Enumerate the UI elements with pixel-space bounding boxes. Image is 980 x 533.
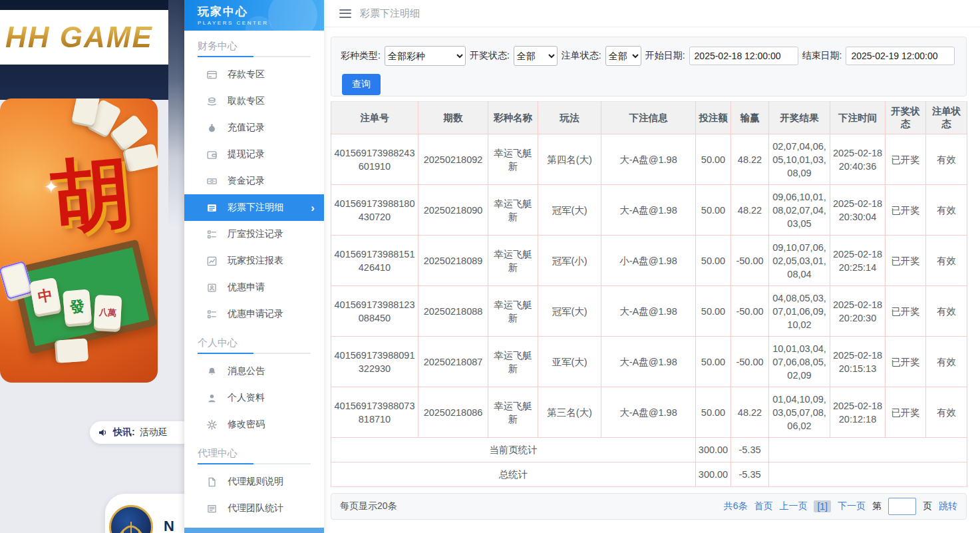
- page-number-input[interactable]: [888, 498, 916, 515]
- search-button[interactable]: 查询: [342, 74, 381, 95]
- column-header: 投注额: [696, 102, 731, 134]
- table-cell: 已开奖: [886, 286, 926, 337]
- table-cell: 2025-02-18 20:15:13: [830, 337, 886, 387]
- lottery-type-select[interactable]: 全部彩种: [385, 46, 466, 66]
- table-cell: 04,08,05,03,07,01,06,09,10,02: [769, 286, 830, 337]
- table-row: 40156917398818043072020250218090幸运飞艇新冠军(…: [331, 185, 967, 236]
- column-header: 玩法: [538, 102, 601, 134]
- table-cell: 已开奖: [886, 185, 926, 236]
- first-page-link[interactable]: 首页: [754, 500, 772, 512]
- sidebar-item-lottery-bet-details[interactable]: 彩票下注明细›: [184, 194, 324, 221]
- table-cell: 09,06,10,01,08,02,07,04,03,05: [769, 185, 830, 236]
- column-header: 下注时间: [830, 102, 886, 134]
- section-underline: [198, 56, 311, 57]
- sidebar-item-withdraw[interactable]: 取款专区: [184, 88, 324, 114]
- jump-link[interactable]: 跳转: [939, 500, 957, 512]
- next-page-link[interactable]: 下一页: [838, 500, 866, 512]
- table-cell: 2025-02-18 20:30:04: [830, 185, 886, 236]
- sidebar-item-label: 资金记录: [228, 175, 265, 187]
- table-cell: 已开奖: [886, 337, 926, 387]
- sidebar-item-funds-records[interactable]: 资金记录: [184, 168, 324, 194]
- logo-band: HH GAME: [0, 10, 168, 65]
- table-cell: 已开奖: [886, 387, 926, 438]
- table-cell: 幸运飞艇新: [488, 337, 538, 387]
- table-cell: 有效: [926, 236, 967, 286]
- table-cell: 有效: [926, 286, 967, 337]
- sidebar-item-change-password[interactable]: 修改密码: [184, 411, 324, 438]
- wallet-icon: [206, 149, 218, 160]
- table-row: 40156917398824360191020250218092幸运飞艇新第四名…: [331, 134, 967, 185]
- sidebar-item-label: 代理规则说明: [228, 476, 283, 488]
- table-cell: 亚军(大): [538, 337, 601, 387]
- sidebar-item-messages[interactable]: 消息公告: [184, 358, 324, 385]
- current-page-badge: [1]: [814, 500, 831, 512]
- table-cell: 50.00: [696, 387, 731, 438]
- card-letter: N: [164, 518, 174, 533]
- filter-panel: 彩种类型: 全部彩种 开奖状态: 全部 注单状态: 全部 开始日期: 结束日期:…: [331, 37, 967, 96]
- table-cell: 20250218090: [418, 185, 488, 236]
- sidebar-item-promo-apply[interactable]: 优惠申请: [184, 274, 324, 301]
- table-cell: 幸运飞艇新: [488, 286, 538, 337]
- table-cell: 50.00: [696, 185, 731, 236]
- summary-row: 当前页统计300.00-5.35: [331, 438, 967, 462]
- brand-logo: HH GAME: [5, 21, 153, 54]
- moneybag-icon: [206, 122, 218, 134]
- table-row: 40156917398812308845020250218088幸运飞艇新冠军(…: [331, 286, 967, 337]
- page-size-text: 每页显示20条: [340, 500, 397, 512]
- jump-suffix: 页: [923, 500, 932, 512]
- table-cell: 20250218089: [418, 236, 488, 286]
- table-cell: 20250218087: [418, 337, 488, 387]
- sidebar-item-deposit[interactable]: 存款专区: [184, 61, 324, 88]
- hand-coin-icon: [206, 96, 218, 107]
- table-cell: 50.00: [696, 337, 731, 387]
- draw-status-select[interactable]: 全部: [514, 46, 558, 66]
- column-header: 期数: [418, 102, 488, 134]
- pagination: 每页显示20条 共6条 首页 上一页 [1] 下一页 第 页 跳转: [331, 493, 967, 520]
- table-cell: 401569173988243601910: [331, 134, 418, 185]
- table-row: 40156917398809132293020250218087幸运飞艇新亚军(…: [331, 337, 967, 387]
- sidebar-item-label: 厅室投注记录: [228, 228, 283, 240]
- end-date-label: 结束日期:: [802, 50, 842, 62]
- table-cell: 401569173988123088450: [331, 286, 418, 337]
- column-header: 注单号: [331, 102, 418, 134]
- column-header: 彩种名称: [488, 102, 538, 134]
- mahjong-tile: 發: [63, 289, 92, 324]
- table-cell: 幸运飞艇新: [488, 185, 538, 236]
- banknote-icon: [206, 176, 218, 187]
- end-date-input[interactable]: [846, 47, 955, 65]
- table-cell: 401569173988073818710: [331, 387, 418, 438]
- start-date-input[interactable]: [689, 47, 798, 65]
- total-count-text: 共6条: [724, 500, 748, 512]
- table-cell: 50.00: [696, 236, 731, 286]
- speaker-icon: [98, 427, 108, 438]
- summary-empty: [769, 438, 967, 462]
- sidebar-item-profile[interactable]: 个人资料: [184, 385, 324, 411]
- section-title: 财务中心: [198, 39, 311, 53]
- menu-icon[interactable]: [339, 9, 351, 18]
- sidebar-item-label: 优惠申请记录: [228, 308, 283, 320]
- sidebar-item-label: 玩家投注报表: [228, 255, 283, 267]
- mahjong-tile: [124, 144, 158, 172]
- table-cell: 大-A盘@1.98: [601, 337, 696, 387]
- hu-character: 胡: [47, 139, 134, 252]
- sidebar-item-recharge-records[interactable]: 充值记录: [184, 114, 324, 141]
- gear-icon: [206, 419, 218, 431]
- sidebar-item-player-bet-report[interactable]: 玩家投注报表: [184, 248, 324, 274]
- sidebar-item-promo-apply-records[interactable]: 优惠申请记录: [184, 301, 324, 327]
- card-icon: [206, 69, 218, 81]
- table-cell: 20250218086: [418, 387, 488, 438]
- sidebar-item-hall-bet-records[interactable]: 厅室投注记录: [184, 221, 324, 248]
- edge-gradient-strip: [168, 0, 184, 226]
- column-header: 开奖状态: [886, 102, 926, 134]
- sidebar-item-withdrawal-records[interactable]: 提现记录: [184, 141, 324, 168]
- sidebar-item-agent-rules[interactable]: 代理规则说明: [184, 468, 324, 495]
- prev-page-link[interactable]: 上一页: [779, 500, 807, 512]
- order-status-select[interactable]: 全部: [605, 46, 641, 66]
- table-cell: 冠军(大): [538, 185, 601, 236]
- table-cell: 20250218092: [418, 134, 488, 185]
- sidebar-item-agent-team-stats[interactable]: 代理团队统计: [184, 495, 324, 522]
- table-cell: -50.00: [731, 286, 769, 337]
- section-title: 个人中心: [198, 335, 311, 350]
- sidebar-item-label: 优惠申请: [228, 281, 265, 293]
- table-cell: 大-A盘@1.98: [601, 286, 696, 337]
